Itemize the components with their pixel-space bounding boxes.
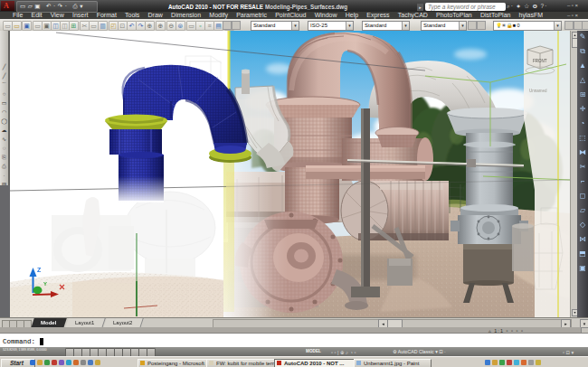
svg-text:FRONT: FRONT (533, 59, 547, 63)
svg-text:Y: Y (43, 281, 47, 287)
svg-text:Unnamed: Unnamed (529, 89, 547, 93)
svg-text:Z: Z (37, 267, 42, 273)
